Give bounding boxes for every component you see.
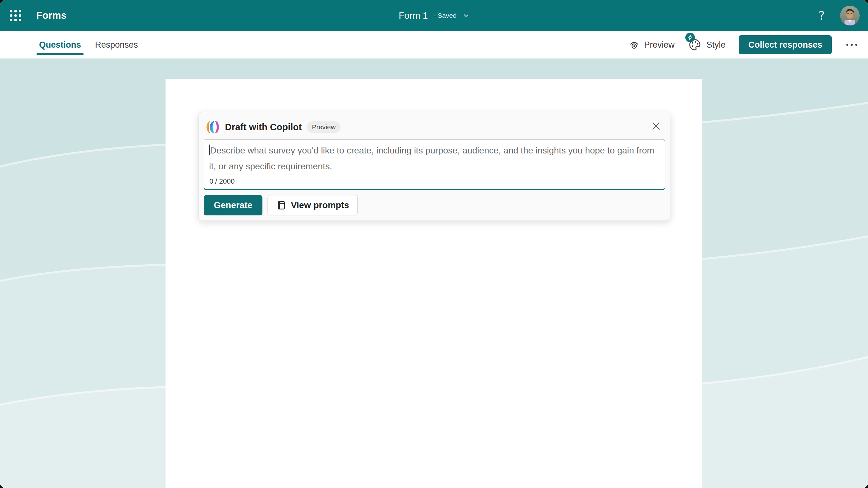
form-title: Form 1: [399, 10, 428, 21]
toolbar: Questions Responses Preview: [0, 31, 868, 58]
app-title: Forms: [36, 10, 67, 21]
preview-badge: Preview: [307, 121, 341, 133]
character-counter: 0 / 2000: [209, 177, 235, 186]
save-status: - Saved: [434, 12, 457, 20]
collect-responses-button[interactable]: Collect responses: [739, 35, 832, 54]
header-right-group: ?: [818, 6, 868, 25]
main-area: Draft with Copilot Preview Describe what…: [0, 58, 868, 488]
dialog-actions: Generate View prompts: [204, 195, 665, 215]
eye-icon: [629, 39, 640, 50]
preview-button[interactable]: Preview: [629, 39, 675, 50]
prompt-placeholder: Describe what survey you'd like to creat…: [209, 143, 659, 175]
tab-list: Questions Responses: [0, 31, 138, 58]
app-launcher-button[interactable]: [0, 0, 31, 31]
tab-responses[interactable]: Responses: [95, 31, 138, 58]
toolbar-right-group: Preview S: [629, 35, 868, 54]
more-options-button[interactable]: [845, 41, 859, 49]
close-icon: [651, 121, 661, 131]
dialog-title: Draft with Copilot: [225, 122, 302, 132]
style-button[interactable]: Style: [688, 38, 725, 52]
copilot-dialog: Draft with Copilot Preview Describe what…: [198, 112, 671, 221]
chevron-down-icon: [463, 12, 469, 19]
tab-questions[interactable]: Questions: [39, 31, 81, 58]
notebook-icon: [276, 200, 286, 210]
app-window: Forms Form 1 - Saved ?: [0, 0, 868, 488]
app-header: Forms Form 1 - Saved ?: [0, 0, 868, 31]
copilot-icon: [205, 120, 220, 134]
generate-button[interactable]: Generate: [204, 195, 262, 215]
help-icon[interactable]: ?: [818, 9, 825, 23]
text-cursor: [209, 145, 210, 155]
form-title-menu[interactable]: Form 1 - Saved: [399, 0, 469, 31]
ellipsis-icon: [846, 44, 848, 46]
view-prompts-button[interactable]: View prompts: [268, 195, 358, 215]
prompt-textarea[interactable]: Describe what survey you'd like to creat…: [204, 139, 665, 190]
form-canvas: Draft with Copilot Preview Describe what…: [165, 79, 702, 488]
waffle-icon: [10, 10, 21, 21]
palette-icon: [688, 38, 702, 52]
dialog-header: Draft with Copilot Preview: [204, 120, 665, 134]
close-button[interactable]: [649, 119, 663, 133]
avatar[interactable]: [840, 6, 860, 25]
